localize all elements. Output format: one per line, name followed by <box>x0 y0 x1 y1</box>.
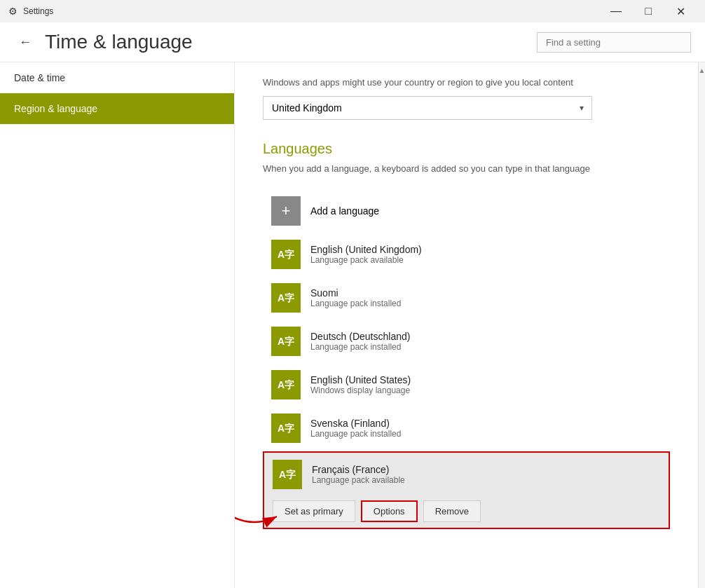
settings-icon: ⚙ <box>8 6 18 17</box>
lang-status-en-us: Windows display language <box>310 385 411 395</box>
scroll-up-arrow[interactable]: ▲ <box>697 65 705 76</box>
title-bar-left: ⚙ Settings <box>8 6 53 17</box>
lang-name-fi: Suomi <box>310 287 401 299</box>
title-bar: ⚙ Settings — □ ✕ <box>0 0 705 22</box>
language-item-de[interactable]: A字 Deutsch (Deutschland) Language pack i… <box>263 320 670 363</box>
lang-name-sv: Svenska (Finland) <box>310 418 401 429</box>
languages-description: When you add a language, a keyboard is a… <box>263 163 670 175</box>
lang-info-fi: Suomi Language pack installed <box>310 287 401 308</box>
back-button[interactable]: ← <box>14 31 36 53</box>
language-item-en-us[interactable]: A字 English (United States) Windows displ… <box>263 363 670 406</box>
language-list: + Add a language A字 English (United King… <box>263 189 670 531</box>
app-header: ← Time & language <box>0 22 705 62</box>
languages-section-title: Languages <box>263 141 670 157</box>
window-controls: — □ ✕ <box>600 0 697 22</box>
language-item-en-gb[interactable]: A字 English (United Kingdom) Language pac… <box>263 233 670 276</box>
sidebar-label-date-time: Date & time <box>14 72 65 83</box>
region-description: Windows and apps might use your country … <box>263 76 670 89</box>
selected-language-wrapper: A字 Français (France) Language pack avail… <box>263 451 670 529</box>
sidebar-item-region-language[interactable]: Region & language <box>0 93 234 124</box>
lang-icon-en-gb: A字 <box>271 240 301 269</box>
page-title: Time & language <box>45 31 193 53</box>
lang-info-de: Deutsch (Deutschland) Language pack inst… <box>310 331 410 352</box>
lang-icon-sv: A字 <box>271 413 301 443</box>
lang-icon-fr: A字 <box>273 460 302 489</box>
lang-icon-de: A字 <box>271 327 301 356</box>
back-icon: ← <box>19 35 32 50</box>
lang-icon-en-us: A字 <box>271 370 301 399</box>
add-language-label: Add a language <box>310 205 379 217</box>
lang-status-en-gb: Language pack available <box>310 255 422 265</box>
search-input[interactable] <box>537 32 691 53</box>
options-button[interactable]: Options <box>361 500 418 522</box>
content-area: Windows and apps might use your country … <box>235 62 698 588</box>
minimize-button[interactable]: — <box>600 0 632 22</box>
lang-info-en-gb: English (United Kingdom) Language pack a… <box>310 244 422 265</box>
remove-button[interactable]: Remove <box>423 500 481 522</box>
header-left: ← Time & language <box>14 31 193 53</box>
scrollbar-right: ▲ <box>698 62 705 588</box>
sidebar-item-date-time[interactable]: Date & time <box>0 62 234 93</box>
lang-status-de: Language pack installed <box>310 342 410 352</box>
main-content: Date & time Region & language Windows an… <box>0 62 705 588</box>
lang-icon-fi: A字 <box>271 283 301 313</box>
language-item-sv[interactable]: A字 Svenska (Finland) Language pack insta… <box>263 406 670 450</box>
sidebar: Date & time Region & language <box>0 62 235 588</box>
lang-info-en-us: English (United States) Windows display … <box>310 374 411 395</box>
lang-name-en-us: English (United States) <box>310 374 411 385</box>
maximize-button[interactable]: □ <box>632 0 664 22</box>
add-language-item[interactable]: + Add a language <box>263 189 670 233</box>
lang-info-fr: Français (France) Language pack availabl… <box>312 464 405 485</box>
add-language-icon: + <box>271 196 301 226</box>
arrow-svg <box>235 502 291 545</box>
sidebar-label-region-language: Region & language <box>14 103 97 114</box>
lang-name-fr: Français (France) <box>312 464 405 475</box>
lang-name-en-gb: English (United Kingdom) <box>310 244 422 255</box>
close-button[interactable]: ✕ <box>664 0 697 22</box>
language-actions-bar: Set as primary Options Remove <box>264 496 669 528</box>
lang-status-fr: Language pack available <box>312 475 405 485</box>
lang-status-fi: Language pack installed <box>310 299 401 308</box>
lang-name-de: Deutsch (Deutschland) <box>310 331 410 342</box>
language-item-fi[interactable]: A字 Suomi Language pack installed <box>263 276 670 320</box>
lang-info-sv: Svenska (Finland) Language pack installe… <box>310 418 401 439</box>
lang-status-sv: Language pack installed <box>310 429 401 439</box>
title-bar-label: Settings <box>23 6 53 16</box>
country-dropdown-wrapper: United Kingdom ▾ <box>263 96 592 120</box>
language-item-fr[interactable]: A字 Français (France) Language pack avail… <box>264 453 669 496</box>
country-dropdown[interactable]: United Kingdom <box>263 96 592 120</box>
